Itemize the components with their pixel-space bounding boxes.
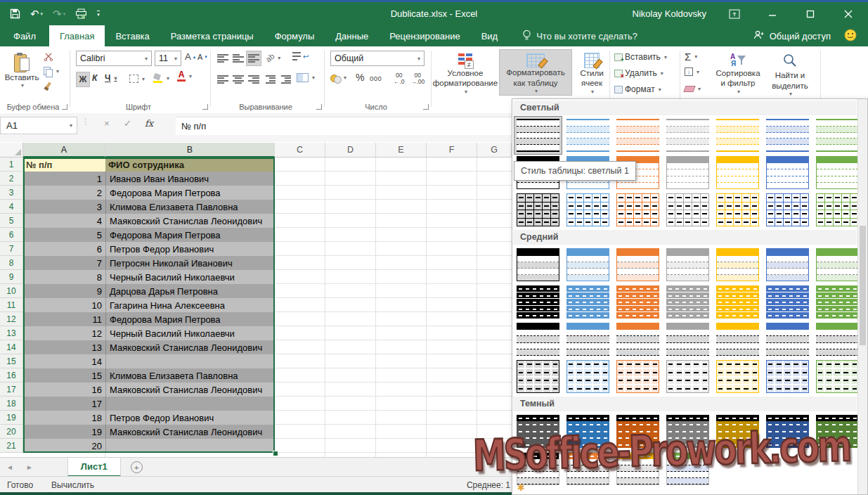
sheet-tab-list1[interactable]: Лист1 [67, 458, 121, 477]
cell-B3[interactable]: Федорова Мария Петрова [105, 186, 275, 200]
table-style-thumb[interactable] [816, 248, 857, 281]
cell-A14[interactable]: 13 [23, 340, 105, 354]
cell-B18[interactable] [105, 397, 275, 411]
customize-qat-icon[interactable]: ▾ [97, 11, 100, 18]
font-name-select[interactable]: Calibri▾ [76, 51, 152, 66]
table-style-thumb[interactable] [766, 323, 809, 356]
row-header-18[interactable]: 18 [0, 397, 23, 411]
table-style-thumb[interactable] [666, 285, 709, 319]
new-sheet-button[interactable]: + [131, 458, 143, 477]
table-style-thumb[interactable] [517, 285, 559, 319]
table-style-thumb[interactable] [616, 119, 659, 152]
cell-B17[interactable]: Маяковский Станислав Леонидович [105, 382, 275, 397]
row-header-19[interactable]: 19 [0, 411, 23, 425]
column-header-A[interactable]: A [23, 143, 105, 158]
cell-B12[interactable]: Федорова Мария Петрова [105, 312, 275, 326]
bold-button[interactable]: Ж [76, 72, 90, 87]
status-calculate[interactable]: Вычислить [51, 480, 94, 490]
sheet-nav-left-icon[interactable]: ◄ [0, 458, 20, 477]
sheet-nav-right-icon[interactable]: ► [20, 458, 39, 477]
row-header-17[interactable]: 17 [0, 382, 23, 397]
cell-A1[interactable]: № п/п [23, 158, 105, 172]
cut-button[interactable] [44, 53, 53, 61]
table-style-thumb[interactable] [566, 248, 609, 281]
table-style-thumb[interactable] [716, 415, 759, 448]
cell-B13[interactable]: Черный Василий Николаевчи [105, 326, 275, 340]
delete-cells-button[interactable]: × Удалить▾ [614, 68, 663, 78]
percent-style-button[interactable]: % [356, 72, 364, 83]
conditional-formatting-button[interactable]: ≠ Условное форматирование ▾ [434, 49, 496, 96]
table-style-thumb[interactable] [716, 360, 759, 393]
cell-B7[interactable]: Петров Федор Иванович [105, 242, 275, 256]
table-style-thumb[interactable] [566, 323, 609, 356]
font-color-button[interactable]: А▾ [177, 70, 192, 82]
table-style-thumb[interactable] [766, 285, 809, 319]
row-header-20[interactable]: 20 [0, 425, 23, 439]
format-cells-button[interactable]: Формат▾ [614, 84, 661, 94]
redo-icon[interactable]: ↷▾ [53, 8, 65, 19]
shrink-font-button[interactable]: А▾ [197, 53, 207, 61]
row-header-1[interactable]: 1 [0, 158, 23, 172]
table-style-thumb[interactable] [766, 156, 809, 189]
tab-7[interactable]: Вид [471, 25, 509, 46]
increase-indent-button[interactable] [278, 72, 294, 87]
tab-2[interactable]: Вставка [105, 25, 160, 46]
table-style-thumb[interactable] [716, 285, 759, 319]
cell-A17[interactable]: 16 [23, 382, 105, 397]
number-format-select[interactable]: Общий▾ [330, 51, 425, 66]
table-style-thumb[interactable] [517, 360, 559, 393]
cell-B6[interactable]: Федорова Мария Петрова [105, 228, 275, 242]
table-style-thumb[interactable] [566, 193, 609, 226]
increase-decimal-button[interactable]: 00←.0 [394, 72, 405, 85]
cancel-entry-button[interactable]: × [104, 118, 110, 129]
table-style-thumb[interactable] [766, 119, 809, 152]
paste-button[interactable]: Вставить ▾ [3, 50, 41, 96]
table-style-thumb[interactable] [766, 193, 809, 226]
align-middle-button[interactable] [231, 51, 246, 66]
table-style-thumb[interactable] [616, 323, 659, 356]
table-style-thumb[interactable] [716, 193, 759, 226]
cell-A19[interactable]: 18 [23, 411, 105, 425]
row-header-10[interactable]: 10 [0, 284, 23, 298]
cell-B8[interactable]: Петросян Николай Иванович [105, 256, 275, 270]
number-dialog-launcher[interactable] [423, 104, 429, 110]
row-header-14[interactable]: 14 [0, 340, 23, 354]
cell-B10[interactable]: Дарцова Дарья Петровна [105, 284, 275, 298]
cell-A2[interactable]: 1 [23, 172, 105, 186]
table-style-thumb[interactable] [816, 360, 857, 393]
new-table-style-icon[interactable]: ✱ [517, 482, 525, 493]
align-right-button[interactable] [246, 72, 261, 87]
align-top-button[interactable] [215, 51, 231, 66]
table-style-thumb[interactable] [716, 119, 759, 152]
insert-function-button[interactable]: fx [145, 118, 153, 129]
table-style-thumb[interactable] [816, 415, 857, 448]
row-header-11[interactable]: 11 [0, 298, 23, 312]
cell-A18[interactable]: 17 [23, 397, 105, 411]
sort-filter-button[interactable]: АЯ Сортировка и фильтр ▾ [713, 49, 763, 96]
cell-B21[interactable] [105, 439, 275, 453]
cell-B1[interactable]: ФИО сотрудника [105, 158, 275, 172]
insert-cells-button[interactable]: + Вставить▾ [614, 52, 667, 62]
cell-B9[interactable]: Черный Василий Николаевчи [105, 270, 275, 284]
cell-styles-button[interactable]: Стили ячеек ▾ [575, 49, 609, 96]
table-style-thumb[interactable] [616, 248, 659, 281]
maximize-icon[interactable] [801, 6, 820, 22]
table-style-thumb[interactable] [666, 452, 709, 485]
table-style-thumb[interactable] [517, 323, 559, 356]
table-style-thumb[interactable] [666, 193, 709, 226]
table-style-thumb[interactable] [816, 285, 857, 319]
cell-A10[interactable]: 9 [23, 284, 105, 298]
cell-A11[interactable]: 10 [23, 298, 105, 312]
row-header-3[interactable]: 3 [0, 186, 23, 200]
format-painter-button[interactable] [44, 82, 53, 91]
cell-B14[interactable]: Маяковский Станислав Леонидович [105, 340, 275, 354]
cell-A6[interactable]: 5 [23, 228, 105, 242]
table-style-thumb[interactable] [616, 415, 659, 448]
table-style-thumb[interactable] [666, 156, 709, 189]
table-style-thumb[interactable] [566, 360, 609, 393]
table-style-thumb[interactable] [766, 360, 809, 393]
cell-B2[interactable]: Иванов Иван Иванович [105, 172, 275, 186]
print-preview-icon[interactable] [75, 8, 87, 19]
column-header-F[interactable]: F [427, 143, 477, 158]
column-header-E[interactable]: E [376, 143, 427, 158]
